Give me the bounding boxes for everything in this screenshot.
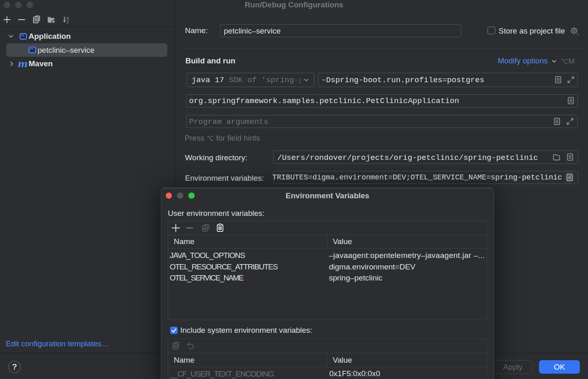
svg-text:z: z xyxy=(67,19,69,24)
